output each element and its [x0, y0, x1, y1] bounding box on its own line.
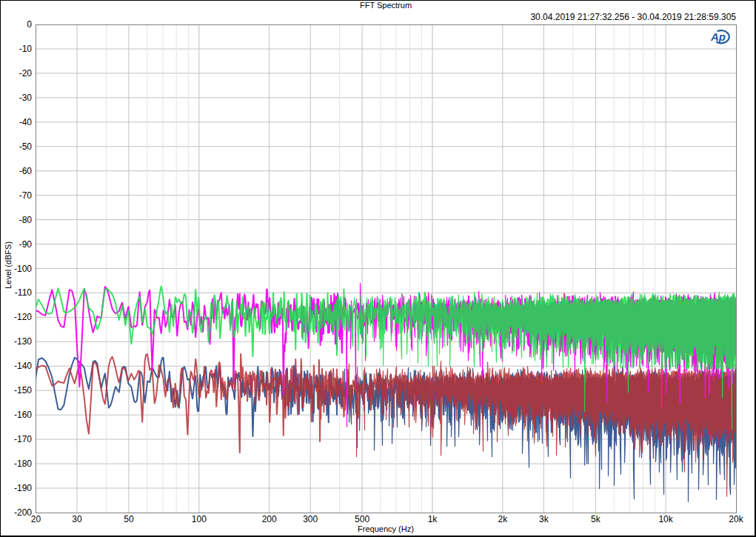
svg-text:Ap: Ap — [710, 30, 726, 43]
